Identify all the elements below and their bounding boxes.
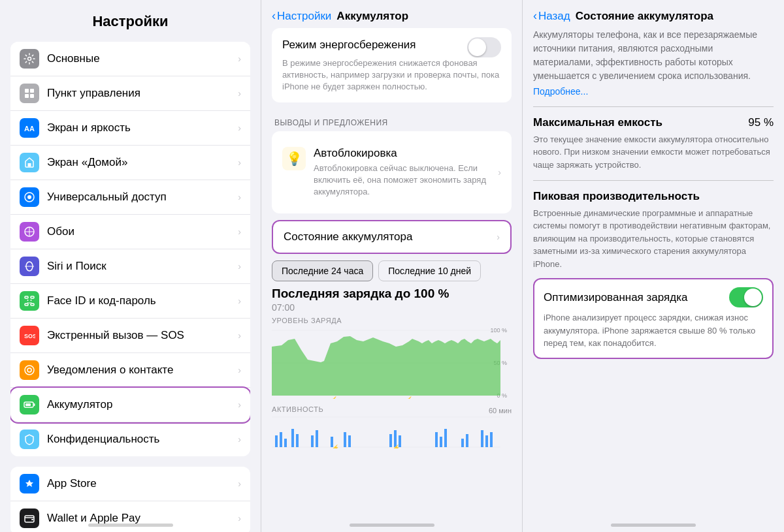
right-home-indicator: [611, 524, 696, 527]
left-title: Настройки: [92, 13, 168, 29]
max-capacity-desc: Это текущее значение емкости аккумулятор…: [533, 133, 774, 172]
tab-10d[interactable]: Последние 10 дней: [378, 260, 481, 281]
svg-rect-2: [30, 89, 34, 93]
max-capacity-value: 95 %: [748, 116, 774, 129]
settings-item-appstore[interactable]: App Store›: [10, 467, 250, 501]
power-save-card: Режим энергосбережения В режиме энергосб…: [272, 28, 512, 102]
battery-state-card[interactable]: Состояние аккумулятора ›: [272, 220, 512, 254]
svg-rect-60: [440, 437, 442, 447]
middle-home-indicator: [350, 524, 434, 527]
optimized-toggle-knob: [744, 289, 762, 306]
battery-chart-svg: 100 % 50 % 0 % ⚡ ⚡ 12 15 18 21 00 03 06: [272, 327, 512, 399]
svg-rect-22: [34, 403, 35, 406]
svg-text:SOS: SOS: [24, 333, 35, 339]
privacy-icon: [20, 430, 39, 449]
svg-rect-64: [481, 430, 483, 447]
settings-item-label-oboi: Обои: [47, 225, 238, 238]
settings-item-sos[interactable]: SOSЭкстренный вызов — SOS›: [10, 319, 250, 353]
punkt-icon: [20, 84, 39, 103]
sos-icon: SOS: [20, 326, 39, 345]
optimized-label: Оптимизированная зарядка: [544, 291, 687, 304]
settings-item-contact[interactable]: Уведомления о контакте›: [10, 353, 250, 388]
autolock-desc: Автоблокировка сейчас выключена. Если вк…: [314, 163, 493, 198]
activity-tick: 60 мин: [489, 407, 512, 415]
settings-item-osnovnye[interactable]: Основные›: [10, 42, 250, 76]
svg-rect-55: [348, 435, 351, 447]
optimized-toggle[interactable]: [729, 287, 763, 307]
svg-point-16: [27, 300, 29, 301]
contact-icon: [20, 360, 39, 380]
suggestions-section: ВЫВОДЫ И ПРЕДЛОЖЕНИЯ 💡 Автоблокировка Ав…: [272, 109, 512, 214]
chevron-icon-wallet: ›: [238, 513, 241, 524]
power-save-toggle[interactable]: [467, 37, 501, 57]
settings-item-faceid[interactable]: Face ID и код-пароль›: [10, 284, 250, 319]
peak-label: Пиковая производительность: [533, 190, 774, 203]
battery-chart: 100 % 50 % 0 % ⚡ ⚡ 12 15 18 21 00 03 06: [272, 327, 512, 401]
max-capacity-label: Максимальная емкость: [533, 116, 662, 129]
power-save-label: Режим энергосбережения: [282, 39, 416, 52]
settings-item-ekran[interactable]: AAЭкран и яркость›: [10, 111, 250, 146]
settings-item-label-univ: Универсальный доступ: [47, 191, 238, 204]
settings-item-univ[interactable]: Универсальный доступ›: [10, 180, 250, 215]
settings-item-label-dom: Экран «Домой»: [47, 156, 238, 169]
settings-item-battery[interactable]: Аккумулятор›: [10, 388, 250, 422]
middle-content: Режим энергосбережения В режиме энергосб…: [261, 28, 522, 451]
svg-rect-6: [28, 163, 31, 166]
optimized-card: Оптимизированная зарядка iPhone анализир…: [533, 278, 774, 359]
chevron-icon-dom: ›: [238, 157, 241, 168]
optimized-row: Оптимизированная зарядка: [544, 287, 763, 307]
settings-item-dom[interactable]: Экран «Домой»›: [10, 146, 250, 180]
chevron-icon-sos: ›: [238, 330, 241, 341]
ekran-icon: AA: [20, 118, 39, 138]
right-content: Аккумуляторы телефона, как и все перезар…: [523, 28, 784, 359]
activity-label: АКТИВНОСТЬ: [272, 405, 323, 413]
right-back-label: Назад: [538, 10, 570, 23]
settings-item-label-siri: Siri и Поиск: [47, 260, 238, 273]
osnovnye-icon: [20, 49, 39, 69]
home-indicator: [88, 524, 173, 527]
siri-icon: [20, 257, 39, 276]
tab-24h[interactable]: Последние 24 часа: [272, 260, 373, 281]
settings-item-oboi[interactable]: Обои›: [10, 215, 250, 249]
svg-rect-59: [435, 432, 438, 447]
svg-rect-56: [389, 434, 392, 447]
settings-item-wallet[interactable]: Wallet и Apple Pay›: [10, 501, 250, 532]
autolock-card: 💡 Автоблокировка Автоблокировка сейчас в…: [272, 131, 512, 214]
chevron-icon-appstore: ›: [238, 478, 241, 489]
dom-icon: [20, 153, 39, 172]
chart-tabs: Последние 24 часа Последние 10 дней: [272, 260, 512, 281]
faceid-icon: [20, 291, 39, 311]
chevron-icon-osnovnye: ›: [238, 54, 241, 64]
appstore-icon: [20, 474, 39, 493]
autolock-item[interactable]: 💡 Автоблокировка Автоблокировка сейчас в…: [282, 140, 501, 205]
middle-page-title: Аккумулятор: [336, 10, 408, 23]
svg-text:⚡: ⚡: [405, 396, 414, 399]
svg-rect-12: [25, 296, 28, 298]
settings-item-label-sos: Экстренный вызов — SOS: [47, 329, 238, 342]
chevron-icon-contact: ›: [238, 365, 241, 375]
right-page-title: Состояние аккумулятора: [576, 10, 713, 23]
right-link[interactable]: Подробнее...: [533, 86, 588, 97]
back-arrow-icon: ‹: [272, 9, 276, 23]
right-back-button[interactable]: ‹ Назад: [533, 9, 570, 23]
settings-item-privacy[interactable]: Конфиденциальность›: [10, 422, 250, 456]
battery-state-label: Состояние аккумулятора: [284, 230, 412, 243]
autolock-chevron-icon: ›: [498, 167, 501, 178]
svg-rect-48: [284, 439, 287, 447]
svg-point-0: [28, 57, 31, 61]
autolock-text: Автоблокировка Автоблокировка сейчас вык…: [314, 147, 493, 198]
svg-rect-50: [296, 434, 299, 447]
svg-point-17: [31, 300, 32, 301]
oboi-icon: [20, 222, 39, 242]
svg-rect-25: [31, 519, 33, 520]
settings-item-label-wallet: Wallet и Apple Pay: [47, 512, 238, 525]
settings-item-label-appstore: App Store: [47, 477, 238, 490]
middle-back-button[interactable]: ‹ Настройки: [272, 9, 331, 23]
settings-item-label-battery: Аккумулятор: [47, 398, 238, 411]
chevron-icon-univ: ›: [238, 192, 241, 202]
settings-item-punkt[interactable]: Пункт управления›: [10, 76, 250, 111]
svg-rect-66: [490, 432, 493, 447]
svg-rect-51: [311, 435, 314, 447]
settings-item-siri[interactable]: Siri и Поиск›: [10, 249, 250, 284]
settings-item-label-privacy: Конфиденциальность: [47, 433, 238, 446]
